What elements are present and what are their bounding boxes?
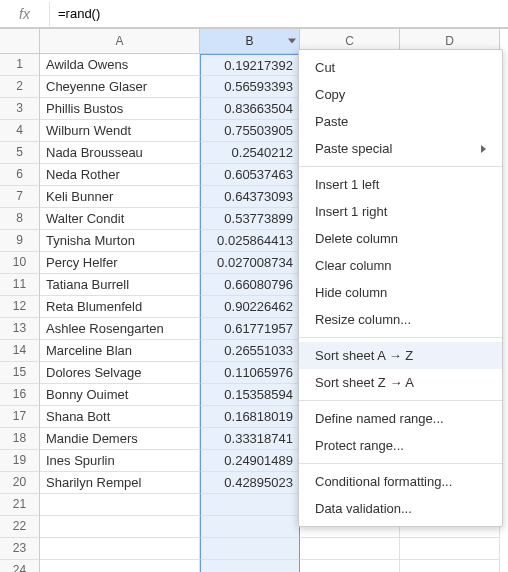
menu-item-label: Copy <box>315 87 345 102</box>
row-header[interactable]: 22 <box>0 516 40 538</box>
cell[interactable] <box>40 516 200 538</box>
menu-item[interactable]: Conditional formatting... <box>299 468 502 495</box>
cell[interactable]: Reta Blumenfeld <box>40 296 200 318</box>
cell[interactable] <box>400 538 500 560</box>
menu-item-label: Insert 1 right <box>315 204 387 219</box>
cell[interactable]: Phillis Bustos <box>40 98 200 120</box>
cell[interactable]: 0.66080796 <box>200 274 300 296</box>
cell[interactable] <box>300 560 400 572</box>
cell[interactable]: Nada Brousseau <box>40 142 200 164</box>
row-header[interactable]: 20 <box>0 472 40 494</box>
cell[interactable]: 0.26551033 <box>200 340 300 362</box>
cell[interactable]: Marceline Blan <box>40 340 200 362</box>
cell[interactable]: 0.42895023 <box>200 472 300 494</box>
cell[interactable]: 0.90226462 <box>200 296 300 318</box>
cell[interactable]: Cheyenne Glaser <box>40 76 200 98</box>
cell[interactable]: Percy Helfer <box>40 252 200 274</box>
menu-item[interactable]: Insert 1 left <box>299 171 502 198</box>
cell[interactable] <box>200 538 300 560</box>
cell[interactable]: Dolores Selvage <box>40 362 200 384</box>
row-header[interactable]: 5 <box>0 142 40 164</box>
cell[interactable] <box>200 494 300 516</box>
cell[interactable] <box>40 560 200 572</box>
column-header-b[interactable]: B <box>200 29 300 54</box>
menu-item[interactable]: Protect range... <box>299 432 502 459</box>
cell[interactable]: Wilburn Wendt <box>40 120 200 142</box>
cell[interactable]: 0.19217392 <box>200 54 300 76</box>
menu-item[interactable]: Hide column <box>299 279 502 306</box>
cell[interactable] <box>40 494 200 516</box>
cell[interactable]: 0.2540212 <box>200 142 300 164</box>
cell[interactable]: 0.025864413 <box>200 230 300 252</box>
cell[interactable]: Neda Rother <box>40 164 200 186</box>
row-header[interactable]: 12 <box>0 296 40 318</box>
cell[interactable]: 0.64373093 <box>200 186 300 208</box>
cell[interactable]: 0.60537463 <box>200 164 300 186</box>
menu-item[interactable]: Data validation... <box>299 495 502 522</box>
row-header[interactable]: 16 <box>0 384 40 406</box>
menu-item[interactable]: Cut <box>299 54 502 81</box>
cell[interactable]: 0.33318741 <box>200 428 300 450</box>
cell[interactable]: Keli Bunner <box>40 186 200 208</box>
row-header[interactable]: 3 <box>0 98 40 120</box>
cell[interactable]: 0.53773899 <box>200 208 300 230</box>
row-header[interactable]: 11 <box>0 274 40 296</box>
cell[interactable]: Walter Condit <box>40 208 200 230</box>
row-header[interactable]: 14 <box>0 340 40 362</box>
column-header-a[interactable]: A <box>40 29 200 54</box>
menu-item[interactable]: Insert 1 right <box>299 198 502 225</box>
cell[interactable]: 0.11065976 <box>200 362 300 384</box>
menu-item-label: Resize column... <box>315 312 411 327</box>
cell[interactable]: 0.75503905 <box>200 120 300 142</box>
cell[interactable]: Mandie Demers <box>40 428 200 450</box>
row-header[interactable]: 7 <box>0 186 40 208</box>
row-header[interactable]: 8 <box>0 208 40 230</box>
row-header[interactable]: 6 <box>0 164 40 186</box>
cell[interactable]: Shana Bott <box>40 406 200 428</box>
row-header[interactable]: 4 <box>0 120 40 142</box>
cell[interactable] <box>400 560 500 572</box>
cell[interactable] <box>40 538 200 560</box>
menu-item[interactable]: Define named range... <box>299 405 502 432</box>
cell[interactable]: 0.61771957 <box>200 318 300 340</box>
menu-item[interactable]: Sort sheet A → Z <box>299 342 502 369</box>
row-header[interactable]: 23 <box>0 538 40 560</box>
cell[interactable]: Sharilyn Rempel <box>40 472 200 494</box>
row-header[interactable]: 13 <box>0 318 40 340</box>
cell[interactable] <box>300 538 400 560</box>
row-header[interactable]: 1 <box>0 54 40 76</box>
row-header[interactable]: 21 <box>0 494 40 516</box>
menu-item[interactable]: Paste <box>299 108 502 135</box>
row-header[interactable]: 2 <box>0 76 40 98</box>
row-header[interactable]: 19 <box>0 450 40 472</box>
cell[interactable] <box>200 560 300 572</box>
cell[interactable]: Bonny Ouimet <box>40 384 200 406</box>
cell[interactable]: Awilda Owens <box>40 54 200 76</box>
cell[interactable]: Ashlee Rosengarten <box>40 318 200 340</box>
menu-item[interactable]: Clear column <box>299 252 502 279</box>
cell[interactable] <box>200 516 300 538</box>
row-header[interactable]: 10 <box>0 252 40 274</box>
row-header[interactable]: 17 <box>0 406 40 428</box>
cell[interactable]: Tatiana Burrell <box>40 274 200 296</box>
menu-item[interactable]: Copy <box>299 81 502 108</box>
row-header[interactable]: 15 <box>0 362 40 384</box>
menu-item[interactable]: Sort sheet Z → A <box>299 369 502 396</box>
cell[interactable]: 0.83663504 <box>200 98 300 120</box>
chevron-down-icon[interactable] <box>288 39 296 44</box>
corner-cell[interactable] <box>0 29 40 54</box>
menu-item[interactable]: Delete column <box>299 225 502 252</box>
row-header[interactable]: 9 <box>0 230 40 252</box>
formula-input[interactable] <box>50 2 508 25</box>
row-header[interactable]: 24 <box>0 560 40 572</box>
cell[interactable]: 0.15358594 <box>200 384 300 406</box>
cell[interactable]: 0.16818019 <box>200 406 300 428</box>
cell[interactable]: 0.24901489 <box>200 450 300 472</box>
menu-item[interactable]: Paste special <box>299 135 502 162</box>
cell[interactable]: Ines Spurlin <box>40 450 200 472</box>
cell[interactable]: Tynisha Murton <box>40 230 200 252</box>
menu-item[interactable]: Resize column... <box>299 306 502 333</box>
row-header[interactable]: 18 <box>0 428 40 450</box>
cell[interactable]: 0.027008734 <box>200 252 300 274</box>
cell[interactable]: 0.56593393 <box>200 76 300 98</box>
